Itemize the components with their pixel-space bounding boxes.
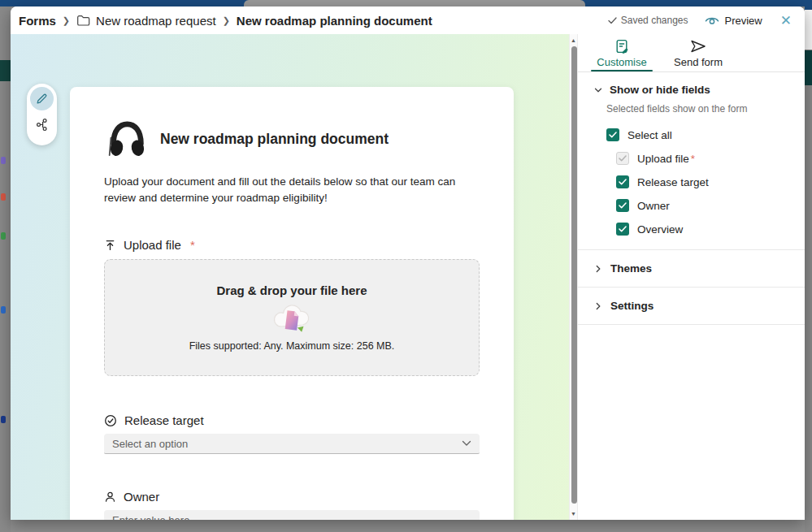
section-settings[interactable]: Settings [578, 288, 805, 324]
field-toggle-row: Overview [616, 223, 805, 236]
select-all-row: Select all [606, 128, 805, 141]
field-toggle-row: Owner [616, 199, 805, 212]
headphones-image [104, 116, 150, 162]
owner-label: Owner [104, 490, 480, 504]
owner-input[interactable] [104, 510, 480, 520]
send-icon [689, 38, 707, 54]
dialog-header: Forms ❯ New roadmap request ❯ New roadma… [11, 6, 805, 34]
section-show-hide-fields[interactable]: Show or hide fields [578, 72, 805, 96]
background-fragment [1, 157, 6, 164]
chevron-down-icon [462, 440, 471, 447]
form-editor-dialog: Forms ❯ New roadmap request ❯ New roadma… [11, 6, 805, 520]
background-fragment [805, 10, 812, 50]
section-subtitle: Selected fields show on the form [606, 103, 805, 115]
release-target-label: Release target [104, 413, 480, 427]
background-fragment [1, 416, 6, 423]
divider [578, 324, 805, 325]
branch-icon [35, 118, 49, 132]
panel-content: Show or hide fields Selected fields show… [578, 72, 805, 520]
tab-customise[interactable]: Customise [588, 34, 656, 71]
upload-icon [104, 239, 116, 252]
chevron-down-icon [593, 85, 603, 95]
form-title: New roadmap planning document [160, 131, 389, 148]
branching-rules-button[interactable] [30, 113, 54, 136]
saved-status: Saved changes [608, 15, 688, 26]
section-themes[interactable]: Themes [578, 250, 805, 287]
form-scrollbar[interactable]: ▲ ▼ [569, 34, 578, 520]
breadcrumb: Forms ❯ New roadmap request ❯ New roadma… [19, 14, 432, 28]
select-all-label: Select all [627, 129, 672, 141]
chevron-right-icon: ❯ [222, 15, 231, 26]
scroll-up-arrow[interactable]: ▲ [570, 37, 577, 43]
person-icon [104, 491, 116, 504]
release-target-select[interactable]: Select an option [104, 434, 480, 454]
release-target-checkbox[interactable] [616, 175, 629, 188]
required-asterisk: * [190, 238, 195, 252]
tab-send-form[interactable]: Send form [664, 34, 732, 71]
required-asterisk: * [691, 153, 695, 165]
browser-tab-fragment [244, 0, 585, 6]
edit-toolbar [27, 84, 57, 145]
owner-checkbox[interactable] [616, 199, 629, 212]
breadcrumb-forms[interactable]: Forms [19, 14, 56, 28]
dropzone-title: Drag & drop your file here [216, 283, 367, 297]
background-fragment [805, 50, 812, 85]
background-fragment [1, 306, 6, 314]
field-toggle-label: Release target [637, 176, 709, 188]
choice-circle-check-icon [104, 414, 117, 427]
customise-form-icon [614, 38, 630, 54]
dropzone-note: Files supported: Any. Maximum size: 256 … [189, 340, 395, 352]
chevron-right-icon [593, 301, 603, 311]
chevron-right-icon: ❯ [62, 15, 71, 26]
close-icon[interactable]: ✕ [779, 14, 793, 28]
upload-file-checkbox [616, 152, 629, 165]
breadcrumb-parent[interactable]: New roadmap request [96, 14, 216, 28]
background-fragment [1, 193, 6, 201]
panel-tabs: Customise Send form [578, 34, 805, 72]
form-card: New roadmap planning document Upload you… [70, 87, 514, 520]
browser-topbar [0, 0, 812, 6]
check-icon [608, 17, 617, 24]
background-page-left-edge [0, 6, 11, 532]
file-dropzone[interactable]: Drag & drop your file here [104, 259, 480, 376]
field-toggle-label: Owner [637, 200, 670, 212]
scrollbar-thumb[interactable] [571, 46, 577, 504]
customise-panel: Customise Send form Show or hide fields … [578, 34, 805, 520]
edit-pencil-button[interactable] [30, 87, 54, 110]
field-toggle-row: Upload file* [616, 152, 805, 165]
folder-icon [76, 15, 90, 27]
field-toggle-label: Upload file* [637, 153, 695, 165]
header-actions: Saved changes Preview ✕ [608, 14, 793, 28]
background-page-right-edge [805, 0, 812, 532]
chevron-right-icon [593, 264, 603, 274]
select-all-checkbox[interactable] [606, 128, 619, 141]
preview-button[interactable]: Preview [705, 15, 762, 27]
form-description: Upload your document and fill out the de… [104, 174, 466, 205]
cloud-upload-illustration [272, 301, 311, 336]
overview-checkbox[interactable] [616, 223, 629, 236]
breadcrumb-current: New roadmap planning document [237, 14, 432, 28]
field-toggle-label: Overview [637, 223, 683, 236]
upload-file-label: Upload file* [104, 238, 480, 252]
background-fragment [805, 0, 812, 10]
background-fragment [1, 232, 6, 240]
form-preview-area: New roadmap planning document Upload you… [11, 34, 569, 520]
field-toggle-row: Release target [616, 175, 805, 188]
eye-icon [705, 15, 719, 25]
scroll-down-arrow[interactable]: ▼ [570, 511, 577, 517]
pencil-icon [36, 93, 48, 105]
background-fragment [0, 60, 11, 81]
